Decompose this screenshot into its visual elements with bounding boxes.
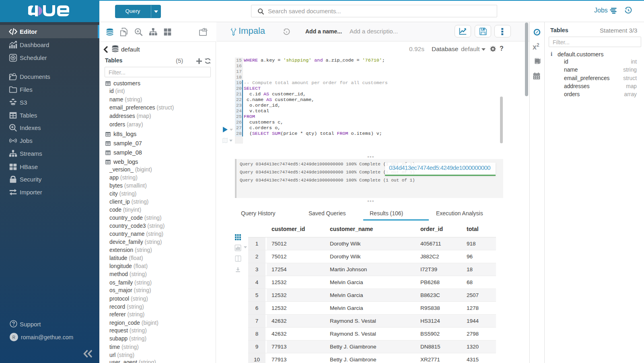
svg-text:R: R (12, 335, 15, 340)
